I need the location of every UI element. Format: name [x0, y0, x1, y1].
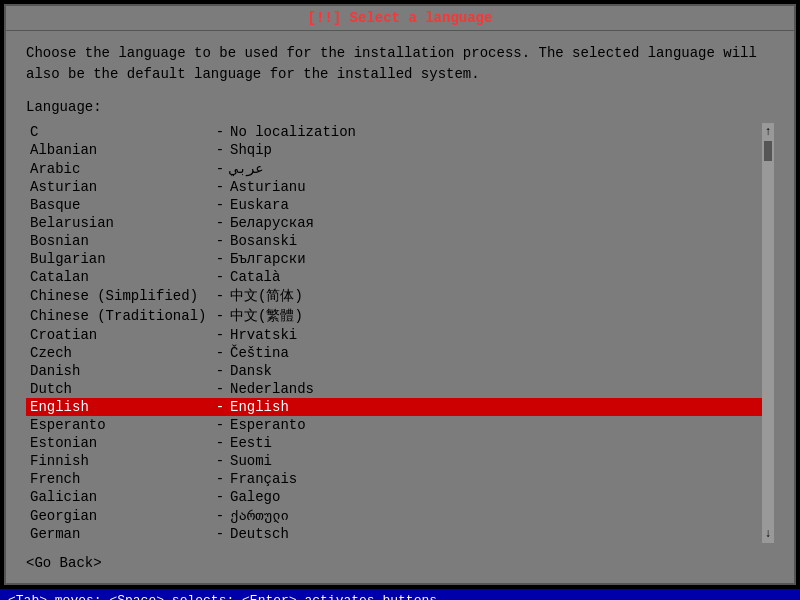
language-name: English	[230, 399, 758, 415]
separator: -	[210, 526, 230, 542]
separator: -	[210, 197, 230, 213]
language-code: French	[30, 471, 210, 487]
separator: -	[210, 179, 230, 195]
language-code: Chinese (Traditional)	[30, 308, 210, 324]
language-name: عربي	[230, 160, 758, 177]
list-item[interactable]: English-English	[26, 398, 762, 416]
scroll-down-arrow[interactable]: ↓	[764, 527, 771, 541]
list-container: C-No localizationAlbanian-ShqipArabic-عر…	[26, 123, 774, 543]
separator: -	[210, 345, 230, 361]
list-item[interactable]: Croatian-Hrvatski	[26, 326, 762, 344]
scroll-up-arrow[interactable]: ↑	[764, 125, 771, 139]
language-code: English	[30, 399, 210, 415]
separator: -	[210, 124, 230, 140]
scrollbar: ↑ ↓	[762, 123, 774, 543]
language-code: Czech	[30, 345, 210, 361]
list-item[interactable]: Galician-Galego	[26, 488, 762, 506]
list-item[interactable]: French-Français	[26, 470, 762, 488]
language-name: Galego	[230, 489, 758, 505]
list-item[interactable]: Finnish-Suomi	[26, 452, 762, 470]
language-name: ქართული	[230, 507, 758, 524]
scroll-thumb[interactable]	[764, 141, 772, 161]
language-code: Dutch	[30, 381, 210, 397]
language-code: Bosnian	[30, 233, 210, 249]
language-name: Shqip	[230, 142, 758, 158]
separator: -	[210, 142, 230, 158]
language-code: Galician	[30, 489, 210, 505]
separator: -	[210, 288, 230, 304]
language-name: Bosanski	[230, 233, 758, 249]
list-item[interactable]: Bulgarian-Български	[26, 250, 762, 268]
language-code: Georgian	[30, 508, 210, 524]
language-name: No localization	[230, 124, 758, 140]
go-back-button[interactable]: <Go Back>	[26, 555, 774, 571]
language-name: 中文(简体)	[230, 287, 758, 305]
language-name: Dansk	[230, 363, 758, 379]
title-bar: [!!] Select a language	[6, 6, 794, 31]
separator: -	[210, 215, 230, 231]
list-item[interactable]: Belarusian-Беларуская	[26, 214, 762, 232]
language-name: Български	[230, 251, 758, 267]
list-item[interactable]: Catalan-Català	[26, 268, 762, 286]
list-item[interactable]: Georgian-ქართული	[26, 506, 762, 525]
language-code: Catalan	[30, 269, 210, 285]
title-text: [!!] Select a language	[308, 10, 493, 26]
list-item[interactable]: Arabic-عربي	[26, 159, 762, 178]
language-name: Hrvatski	[230, 327, 758, 343]
language-name: Euskara	[230, 197, 758, 213]
main-window: [!!] Select a language Choose the langua…	[4, 4, 796, 585]
go-back-label: <Go Back>	[26, 555, 102, 571]
language-name: Asturianu	[230, 179, 758, 195]
language-code: Bulgarian	[30, 251, 210, 267]
language-name: 中文(繁體)	[230, 307, 758, 325]
list-item[interactable]: German-Deutsch	[26, 525, 762, 543]
list-item[interactable]: Dutch-Nederlands	[26, 380, 762, 398]
separator: -	[210, 269, 230, 285]
language-code: Basque	[30, 197, 210, 213]
language-code: Croatian	[30, 327, 210, 343]
separator: -	[210, 489, 230, 505]
language-list[interactable]: C-No localizationAlbanian-ShqipArabic-عر…	[26, 123, 762, 543]
separator: -	[210, 417, 230, 433]
list-item[interactable]: Danish-Dansk	[26, 362, 762, 380]
language-name: Čeština	[230, 345, 758, 361]
language-code: Chinese (Simplified)	[30, 288, 210, 304]
separator: -	[210, 251, 230, 267]
language-name: Esperanto	[230, 417, 758, 433]
separator: -	[210, 233, 230, 249]
separator: -	[210, 508, 230, 524]
language-name: Беларуская	[230, 215, 758, 231]
separator: -	[210, 308, 230, 324]
language-code: German	[30, 526, 210, 542]
separator: -	[210, 471, 230, 487]
list-item[interactable]: Basque-Euskara	[26, 196, 762, 214]
list-item[interactable]: Albanian-Shqip	[26, 141, 762, 159]
language-code: Belarusian	[30, 215, 210, 231]
list-item[interactable]: Czech-Čeština	[26, 344, 762, 362]
language-code: C	[30, 124, 210, 140]
language-code: Albanian	[30, 142, 210, 158]
language-code: Finnish	[30, 453, 210, 469]
language-code: Arabic	[30, 161, 210, 177]
list-item[interactable]: Bosnian-Bosanski	[26, 232, 762, 250]
content-area: Choose the language to be used for the i…	[6, 31, 794, 583]
list-item[interactable]: C-No localization	[26, 123, 762, 141]
language-name: Suomi	[230, 453, 758, 469]
list-item[interactable]: Chinese (Traditional)-中文(繁體)	[26, 306, 762, 326]
separator: -	[210, 399, 230, 415]
list-item[interactable]: Estonian-Eesti	[26, 434, 762, 452]
description-text: Choose the language to be used for the i…	[26, 43, 774, 85]
language-label: Language:	[26, 99, 774, 115]
language-name: Français	[230, 471, 758, 487]
language-code: Esperanto	[30, 417, 210, 433]
language-code: Estonian	[30, 435, 210, 451]
separator: -	[210, 327, 230, 343]
list-item[interactable]: Asturian-Asturianu	[26, 178, 762, 196]
status-text: <Tab> moves; <Space> selects; <Enter> ac…	[8, 593, 437, 600]
language-name: Eesti	[230, 435, 758, 451]
language-code: Asturian	[30, 179, 210, 195]
language-name: Deutsch	[230, 526, 758, 542]
separator: -	[210, 381, 230, 397]
list-item[interactable]: Esperanto-Esperanto	[26, 416, 762, 434]
list-item[interactable]: Chinese (Simplified)-中文(简体)	[26, 286, 762, 306]
